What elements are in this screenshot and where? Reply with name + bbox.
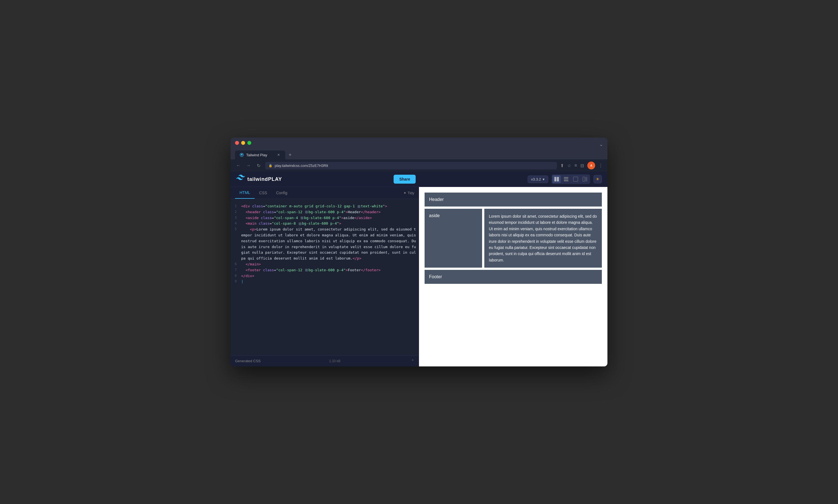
browser-titlebar: ⌄ Tailwind Play ✕ +	[231, 138, 607, 159]
svg-rect-6	[585, 177, 587, 181]
svg-rect-2	[564, 177, 568, 179]
preview-aside: aside	[425, 209, 482, 268]
tidy-icon: ✦	[403, 191, 407, 195]
back-button[interactable]: ←	[235, 162, 242, 169]
tab-bar: Tailwind Play ✕ +	[235, 150, 603, 159]
generated-css-label: Generated CSS	[235, 359, 261, 363]
layout-split-vertical-button[interactable]	[562, 175, 570, 183]
close-traffic-light[interactable]	[235, 141, 239, 145]
svg-rect-1	[557, 177, 559, 181]
layout-editor-only-button[interactable]	[581, 175, 589, 183]
minimize-traffic-light[interactable]	[241, 141, 245, 145]
user-avatar[interactable]: A	[587, 162, 595, 169]
editor-tabs: HTML CSS Config ✦ Tidy	[231, 187, 419, 199]
version-chevron-icon: ▾	[543, 177, 545, 181]
code-line: 6 </main>	[231, 262, 419, 267]
lock-icon: 🔒	[269, 164, 272, 167]
reload-button[interactable]: ↻	[255, 162, 262, 169]
code-line: 7 <footer class="col-span-12 bg-slate-60…	[231, 267, 419, 273]
logo-text: tailwindPLAY	[247, 176, 282, 182]
preview-header: Header	[425, 193, 602, 206]
main-content: HTML CSS Config ✦ Tidy 1 <div class="con…	[231, 187, 607, 366]
toolbar-actions: ⬆ ☆ ≡ ⊟ A ⋮	[560, 162, 603, 169]
address-bar[interactable]: 🔒 play.tailwindcss.com/Z5zE7H3Rlt	[265, 162, 557, 169]
theme-toggle-button[interactable]: ☀	[593, 175, 602, 183]
generated-css-bar[interactable]: Generated CSS 1.33 kB ⌃	[231, 355, 419, 366]
maximize-traffic-light[interactable]	[247, 141, 251, 145]
tailwind-logo-icon	[236, 175, 245, 184]
layout-preview-only-button[interactable]	[571, 175, 580, 183]
browser-tab-active[interactable]: Tailwind Play ✕	[235, 150, 285, 159]
tidy-button[interactable]: ✦ Tidy	[403, 191, 414, 195]
generated-css-size: 1.33 kB	[329, 359, 341, 363]
code-line: 2 <header class="col-span-12 bg-slate-60…	[231, 209, 419, 215]
header-right: v3.3.2 ▾	[528, 175, 602, 184]
reading-list-icon[interactable]: ≡	[574, 163, 577, 168]
sun-icon: ☀	[596, 177, 599, 182]
code-line: 1 <div class="container m-auto grid grid…	[231, 203, 419, 209]
preview-content: Header aside Lorem ipsum dolor sit amet,…	[419, 187, 607, 289]
tab-config[interactable]: Config	[272, 187, 292, 198]
share-button[interactable]: Share	[394, 175, 416, 184]
code-line: 4 <main class="col-span-8 bg-slate-600 p…	[231, 221, 419, 227]
bookmark-icon[interactable]: ☆	[567, 163, 571, 168]
tab-title: Tailwind Play	[246, 153, 267, 157]
share-icon[interactable]: ⬆	[560, 163, 564, 168]
preview-grid: Header aside Lorem ipsum dolor sit amet,…	[425, 193, 602, 284]
code-line: 5 <p>Lorem ipsum dolor sit amet, consect…	[231, 227, 419, 262]
code-line: 8 </div>	[231, 273, 419, 279]
traffic-lights	[235, 141, 251, 145]
editor-body[interactable]: 1 <div class="container m-auto grid grid…	[231, 199, 419, 355]
tab-favicon	[239, 152, 244, 157]
code-line-cursor: 9	[231, 279, 419, 285]
tab-more-icon[interactable]: ⌄	[599, 142, 603, 147]
svg-rect-4	[573, 177, 578, 181]
layout-split-horizontal-button[interactable]	[552, 175, 561, 183]
preview-main: Lorem ipsum dolor sit amet, consectetur …	[484, 209, 602, 268]
version-dropdown[interactable]: v3.3.2 ▾	[528, 176, 548, 183]
code-line: 3 <aside class="col-span-4 bg-slate-600 …	[231, 215, 419, 221]
mac-window: ⌄ Tailwind Play ✕ + ← → ↻ 🔒 play.tailwin…	[231, 138, 607, 366]
tab-css[interactable]: CSS	[254, 187, 272, 198]
forward-button[interactable]: →	[245, 162, 252, 169]
editor-panel: HTML CSS Config ✦ Tidy 1 <div class="con…	[231, 187, 419, 366]
preview-footer: Footer	[425, 270, 602, 284]
generated-css-collapse-icon[interactable]: ⌃	[411, 359, 414, 363]
svg-rect-5	[583, 177, 585, 181]
tab-html[interactable]: HTML	[235, 187, 254, 199]
svg-rect-3	[564, 179, 568, 181]
browser-toolbar: ← → ↻ 🔒 play.tailwindcss.com/Z5zE7H3Rlt …	[231, 159, 607, 172]
svg-rect-0	[554, 177, 556, 181]
preview-panel: Header aside Lorem ipsum dolor sit amet,…	[419, 187, 607, 366]
tab-close-button[interactable]: ✕	[277, 152, 281, 157]
more-options-icon[interactable]: ⋮	[599, 163, 603, 168]
layout-buttons	[552, 175, 590, 184]
version-text: v3.3.2	[531, 177, 541, 181]
tab-overview-icon[interactable]: ⊟	[580, 163, 584, 168]
url-text: play.tailwindcss.com/Z5zE7H3Rlt	[275, 164, 328, 168]
logo-area: tailwindPLAY	[236, 175, 282, 184]
app-header: tailwindPLAY Share v3.3.2 ▾	[231, 172, 607, 187]
new-tab-button[interactable]: +	[286, 151, 294, 159]
